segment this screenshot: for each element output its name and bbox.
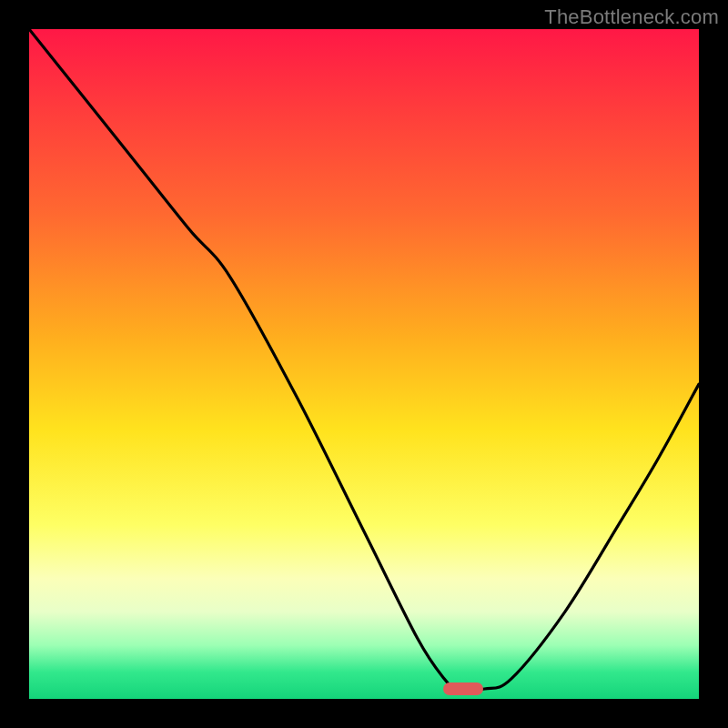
chart-frame: TheBottleneck.com [0, 0, 728, 728]
optimal-marker [443, 682, 483, 695]
bottleneck-curve [29, 29, 699, 699]
plot-area [29, 29, 699, 699]
watermark-text: TheBottleneck.com [544, 5, 719, 29]
